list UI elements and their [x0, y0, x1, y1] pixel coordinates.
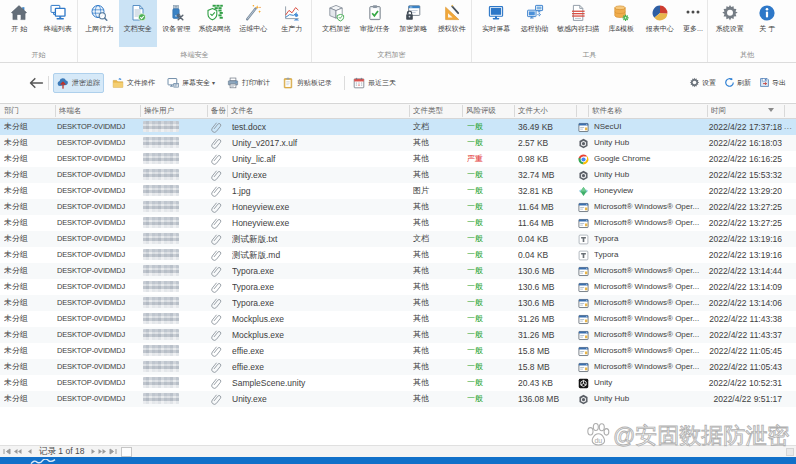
pager-prev-page-button[interactable]	[12, 447, 23, 457]
cell-file-size: 0.04 KB	[518, 247, 574, 263]
cell-department: 未分组	[4, 375, 54, 391]
pager-last-button[interactable]	[108, 447, 118, 457]
table-row[interactable]: 未分组DESKTOP-0VIDMDJHoneyview.exe其他一般11.64…	[0, 199, 796, 215]
cell-file-size: 130.6 MB	[518, 279, 574, 295]
toolbar-button-export-save[interactable]: 导出	[757, 73, 788, 93]
back-button[interactable]	[28, 75, 44, 91]
cell-file-name: Unity.exe	[232, 167, 406, 183]
table-row[interactable]: 未分组DESKTOP-0VIDMDJeffie.exe其他一般15.8 MBMi…	[0, 359, 796, 375]
table-row[interactable]: 未分组DESKTOP-0VIDMDJMockplus.exe其他一般31.26 …	[0, 311, 796, 327]
cell-file-name: Unity_lic.alf	[232, 151, 406, 167]
cell-risk-rating: 一般	[467, 263, 511, 279]
cell-department: 未分组	[4, 231, 54, 247]
cell-file-name: 测试新版.md	[232, 247, 406, 263]
column-header-10[interactable]: 软件名称	[592, 104, 706, 118]
table-row[interactable]: 未分组DESKTOP-0VIDMDJTypora.exe其他一般130.6 MB…	[0, 279, 796, 295]
ribbon-item-terminal-list[interactable]: 终端列表	[39, 0, 78, 47]
cell-file-type: 其他	[413, 215, 459, 231]
cell-risk-rating: 一般	[467, 359, 511, 375]
ribbon-item-about-info[interactable]: 关 于	[749, 0, 787, 47]
ribbon-item-realtime-screen[interactable]: 实时屏幕	[477, 0, 516, 47]
ribbon-item-more-dots[interactable]: 更多...	[679, 0, 707, 47]
cell-backup	[211, 281, 225, 293]
toolbar-button-clipboard-record[interactable]: 剪贴板记录	[278, 73, 336, 93]
toolbar-button-recent-days[interactable]: 最近三天	[349, 73, 400, 93]
paperclip-icon	[211, 393, 222, 405]
toolbar-button-file-operations[interactable]: 文件操作	[108, 73, 159, 93]
toolbar-button-print-audit[interactable]: 打印审计	[223, 73, 274, 93]
toolbar-button-settings-gear[interactable]: 设置	[687, 73, 718, 93]
table-row[interactable]: 未分组DESKTOP-0VIDMDJ测试新版.md其他一般0.04 KBTypo…	[0, 247, 796, 263]
toolbar-button-leak-trace[interactable]: 泄密追踪	[53, 73, 104, 93]
header-gridline	[140, 105, 141, 117]
pager-next-page-button[interactable]	[97, 447, 108, 457]
pager-next-button[interactable]	[90, 447, 97, 457]
paperclip-icon	[211, 217, 222, 229]
pager-first-button[interactable]	[2, 447, 12, 457]
cell-terminal-name: DESKTOP-0VIDMDJ	[57, 295, 139, 311]
prev-page-icon	[13, 448, 22, 455]
paperclip-icon	[211, 121, 222, 133]
table-row[interactable]: 未分组DESKTOP-0VIDMDJUnity_lic.alf其他严重0.98 …	[0, 151, 796, 167]
cell-file-type: 其他	[413, 295, 459, 311]
table-row[interactable]: 未分组DESKTOP-0VIDMDJTypora.exe其他一般130.6 MB…	[0, 263, 796, 279]
column-header-4[interactable]: 备份	[211, 104, 226, 118]
column-header-3[interactable]: 操作用户	[144, 104, 206, 118]
table-row[interactable]: 未分组DESKTOP-0VIDMDJ1.jpg图片一般32.81 KBHoney…	[0, 183, 796, 199]
column-header-8[interactable]: 文件大小	[518, 104, 575, 118]
cell-file-type: 其他	[413, 151, 459, 167]
ribbon-item-device-manage[interactable]: 设备管理	[157, 0, 196, 47]
ribbon-item-web-behavior[interactable]: 上网行为	[80, 0, 119, 47]
ribbon-item-sensitive-scan[interactable]: 敏感内容扫描	[554, 0, 602, 47]
ribbon-item-ops-center[interactable]: 运维中心	[234, 0, 273, 47]
ribbon-item-report-center[interactable]: 报表中心	[641, 0, 680, 47]
cell-department: 未分组	[4, 343, 54, 359]
table-row[interactable]: 未分组DESKTOP-0VIDMDJUnity.exe其他一般32.74 MBU…	[0, 167, 796, 183]
column-header-5[interactable]: 文件名	[231, 104, 408, 118]
column-header-1[interactable]: 部门	[4, 104, 54, 118]
pager-edit-box[interactable]	[121, 447, 132, 457]
cell-time: 2022/4/22 13:19:16	[660, 247, 782, 263]
paperclip-icon	[211, 345, 222, 357]
column-header-6[interactable]: 文件类型	[413, 104, 461, 118]
table-row[interactable]: 未分组DESKTOP-0VIDMDJTypora.exe其他一般130.6 MB…	[0, 295, 796, 311]
table-row[interactable]: 未分组DESKTOP-0VIDMDJUnity.exe其他一般136.08 MB…	[0, 391, 796, 407]
ribbon-item-label: 远程协助	[521, 24, 549, 33]
paperclip-icon	[211, 265, 222, 277]
pager-prev-button[interactable]	[26, 447, 33, 457]
cell-file-size: 0.04 KB	[518, 231, 574, 247]
table-row[interactable]: 未分组DESKTOP-0VIDMDJ测试新版.txt文档一般0.04 KBTyp…	[0, 231, 796, 247]
table-row[interactable]: 未分组DESKTOP-0VIDMDJeffie.exe其他一般15.8 MBMi…	[0, 343, 796, 359]
cell-terminal-name: DESKTOP-0VIDMDJ	[57, 247, 139, 263]
table-row[interactable]: 未分组DESKTOP-0VIDMDJUnity_v2017.x.ulf其他一般2…	[0, 135, 796, 151]
app-unity-icon	[578, 138, 589, 149]
table-row[interactable]: 未分组DESKTOP-0VIDMDJSampleScene.unity其他一般2…	[0, 375, 796, 391]
table-row[interactable]: 未分组DESKTOP-0VIDMDJHoneyview.exe其他一般11.64…	[0, 215, 796, 231]
ribbon-item-system-settings[interactable]: 系统设置	[711, 0, 749, 47]
ribbon-item-remote-assist[interactable]: 远程协助	[516, 0, 555, 47]
toolbar-button-label: 打印审计	[242, 78, 270, 88]
toolbar-button-refresh[interactable]: 刷新	[722, 73, 753, 93]
scroll-corner	[786, 448, 794, 456]
ribbon-item-doc-security[interactable]: 文档安全	[119, 0, 158, 47]
ribbon-item-authorized-software[interactable]: 授权软件	[433, 0, 472, 47]
time-filter-icon[interactable]	[768, 108, 774, 112]
column-header-7[interactable]: 风险评级	[466, 104, 513, 118]
cell-file-type: 其他	[413, 167, 459, 183]
ribbon-item-library-template[interactable]: 库&模板	[602, 0, 641, 47]
column-header-2[interactable]: 终端名	[59, 104, 139, 118]
ribbon-item-system-network[interactable]: 系统&网络	[196, 0, 235, 47]
ribbon-item-encrypt-policy[interactable]: 加密策略	[394, 0, 433, 47]
record-count-label: 记录 1 of 18	[39, 446, 84, 458]
toolbar-button-screen-security[interactable]: 屏幕安全▾	[163, 73, 219, 93]
table-row[interactable]: 未分组DESKTOP-0VIDMDJtest.docx文档一般36.49 KBN…	[0, 119, 796, 135]
ribbon-item-doc-encrypt[interactable]: 文档加密	[317, 0, 356, 47]
cell-terminal-name: DESKTOP-0VIDMDJ	[57, 359, 139, 375]
column-header-9[interactable]	[580, 104, 587, 118]
table-row[interactable]: 未分组DESKTOP-0VIDMDJMockplus.exe其他一般31.26 …	[0, 327, 796, 343]
ribbon-item-productivity[interactable]: 生产力	[273, 0, 312, 47]
paperclip-icon	[211, 153, 222, 165]
cell-file-type: 其他	[413, 391, 459, 407]
cell-file-type: 其他	[413, 247, 459, 263]
ribbon-item-approval-task[interactable]: 审批/任务	[356, 0, 395, 47]
